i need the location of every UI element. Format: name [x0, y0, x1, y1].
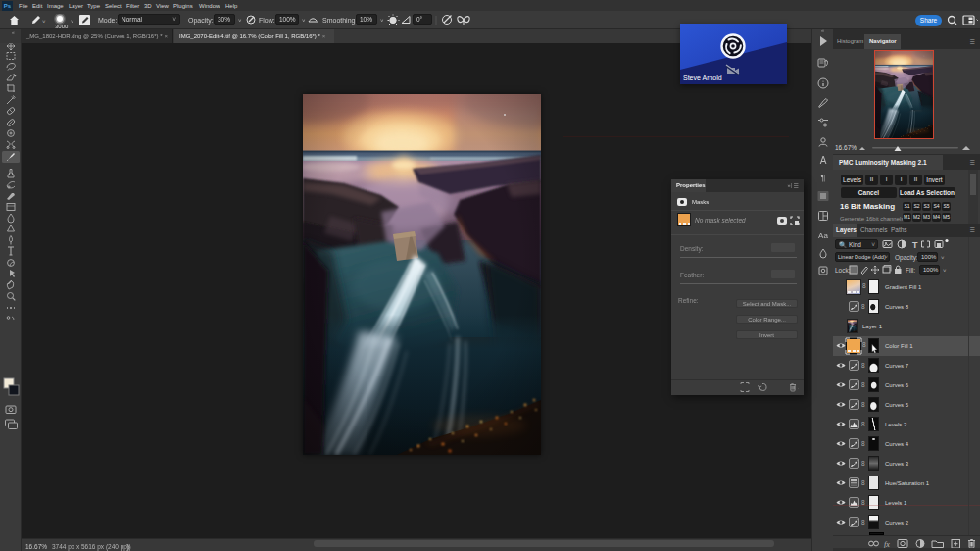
svg-text:Aa: Aa [818, 231, 828, 240]
svg-text:Steve Arnold: Steve Arnold [683, 75, 722, 81]
svg-text:¶: ¶ [821, 173, 826, 182]
svg-text:T: T [912, 240, 918, 250]
svg-text:A: A [820, 155, 827, 166]
